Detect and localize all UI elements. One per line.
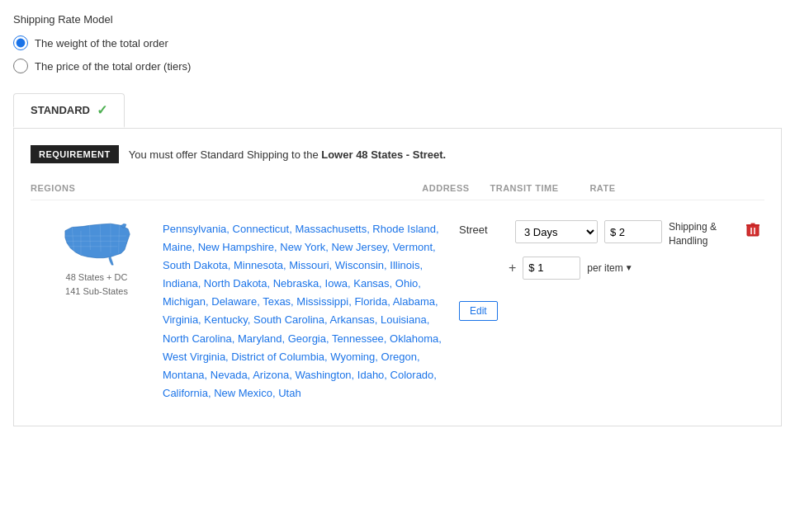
address-label: Street	[459, 220, 509, 236]
radio-weight[interactable]: The weight of the total order	[13, 35, 782, 50]
requirement-badge: REQUIREMENT	[31, 145, 119, 163]
tab-standard-label: STANDARD	[31, 104, 90, 116]
per-item-label: per item	[587, 262, 622, 274]
region-controls: Street 3 Days 1 Day 2 Days 5 Days 7 Days…	[459, 214, 764, 321]
shipping-handling-label: Shipping &Handling	[669, 220, 735, 248]
rate-input-2[interactable]	[523, 257, 580, 280]
control-row-2: + per item ▼	[509, 257, 764, 280]
trash-icon	[746, 222, 760, 237]
col-rate-header: RATE	[570, 183, 636, 193]
section-title: Shipping Rate Model	[13, 13, 782, 26]
region-subtitle-line1: 48 States + DC	[66, 271, 128, 285]
plus-icon[interactable]: +	[509, 261, 516, 275]
chevron-down-icon: ▼	[625, 263, 633, 272]
svg-rect-9	[747, 225, 759, 236]
region-info: 48 States + DC 141 Sub-States	[31, 214, 163, 298]
table-header: REGIONS ADDRESS TRANSIT TIME RATE	[31, 183, 764, 200]
requirement-bar: REQUIREMENT You must offer Standard Ship…	[31, 145, 764, 163]
tab-bar: STANDARD ✓	[13, 93, 782, 129]
control-row-1: Street 3 Days 1 Day 2 Days 5 Days 7 Days…	[459, 214, 764, 248]
tab-standard[interactable]: STANDARD ✓	[13, 93, 125, 128]
check-icon: ✓	[97, 102, 107, 118]
requirement-text: You must offer Standard Shipping to the …	[129, 148, 446, 161]
radio-group: The weight of the total order The price …	[13, 35, 782, 73]
radio-price-label: The price of the total order (tiers)	[35, 60, 191, 73]
col-regions-header: REGIONS	[31, 183, 163, 193]
transit-select[interactable]: 3 Days 1 Day 2 Days 5 Days 7 Days	[515, 220, 598, 243]
radio-price[interactable]: The price of the total order (tiers)	[13, 59, 782, 73]
delete-button[interactable]	[741, 220, 764, 238]
col-address-header: ADDRESS	[413, 183, 479, 193]
per-item-dropdown[interactable]: per item ▼	[587, 262, 632, 274]
region-row: 48 States + DC 141 Sub-States Pennsylvan…	[31, 214, 764, 409]
radio-weight-label: The weight of the total order	[35, 37, 168, 49]
main-card: REQUIREMENT You must offer Standard Ship…	[13, 129, 782, 426]
edit-button[interactable]: Edit	[459, 301, 498, 321]
region-states-text: Pennsylvania, Connecticut, Massachusetts…	[163, 214, 459, 409]
col-transit-header: TRANSIT TIME	[479, 183, 570, 193]
rate-input-1[interactable]	[604, 220, 662, 243]
us-map-icon	[59, 220, 134, 266]
region-subtitle-line2: 141 Sub-States	[65, 285, 128, 299]
